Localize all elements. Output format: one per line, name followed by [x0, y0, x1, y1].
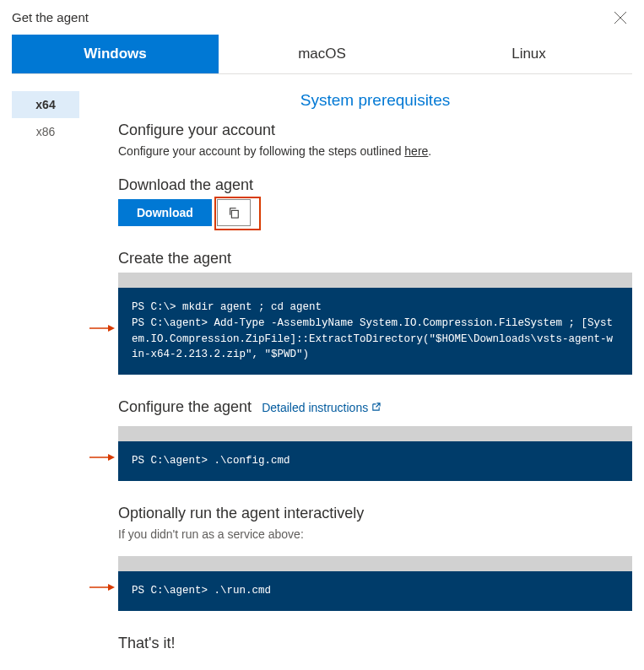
close-icon[interactable]	[614, 11, 627, 24]
code-header	[118, 556, 632, 571]
copy-icon	[228, 207, 240, 219]
section-create-title: Create the agent	[118, 250, 632, 267]
here-link[interactable]: here	[404, 144, 428, 158]
external-link-icon	[371, 403, 381, 412]
arch-item-x86[interactable]: x86	[12, 118, 79, 145]
copy-button[interactable]	[217, 199, 251, 226]
annotation-arrow-icon	[89, 453, 115, 462]
os-tabs: Windows macOS Linux	[12, 35, 632, 74]
section-configure-agent-title: Configure the agent	[118, 398, 252, 416]
svg-marker-4	[108, 454, 115, 461]
download-button[interactable]: Download	[118, 199, 212, 226]
svg-marker-6	[108, 584, 115, 591]
tab-windows[interactable]: Windows	[12, 35, 219, 73]
run-agent-code[interactable]: PS C:\agent> .\run.cmd	[118, 571, 632, 611]
create-agent-code[interactable]: PS C:\> mkdir agent ; cd agent PS C:\age…	[118, 288, 632, 375]
configure-account-text: Configure your account by following the …	[118, 144, 632, 158]
system-prerequisites-link[interactable]: System prerequisites	[118, 91, 632, 110]
detailed-instructions-link[interactable]: Detailed instructions	[262, 401, 381, 414]
section-configure-account-title: Configure your account	[118, 122, 632, 139]
configure-agent-code[interactable]: PS C:\agent> .\config.cmd	[118, 441, 632, 481]
code-header	[118, 426, 632, 441]
code-header	[118, 273, 632, 288]
annotation-arrow-icon	[89, 324, 115, 332]
run-subtext: If you didn't run as a service above:	[118, 527, 632, 541]
annotation-arrow-icon	[89, 583, 115, 592]
section-done-title: That's it!	[118, 635, 632, 652]
tab-linux[interactable]: Linux	[425, 35, 632, 73]
svg-rect-0	[231, 210, 238, 218]
dialog-title: Get the agent	[12, 10, 89, 24]
arch-item-x64[interactable]: x64	[12, 91, 79, 118]
svg-marker-2	[108, 325, 115, 332]
tab-macos[interactable]: macOS	[219, 35, 425, 73]
section-download-title: Download the agent	[118, 176, 632, 194]
section-run-title: Optionally run the agent interactively	[118, 505, 632, 522]
arch-sidebar: x64 x86	[12, 91, 79, 657]
